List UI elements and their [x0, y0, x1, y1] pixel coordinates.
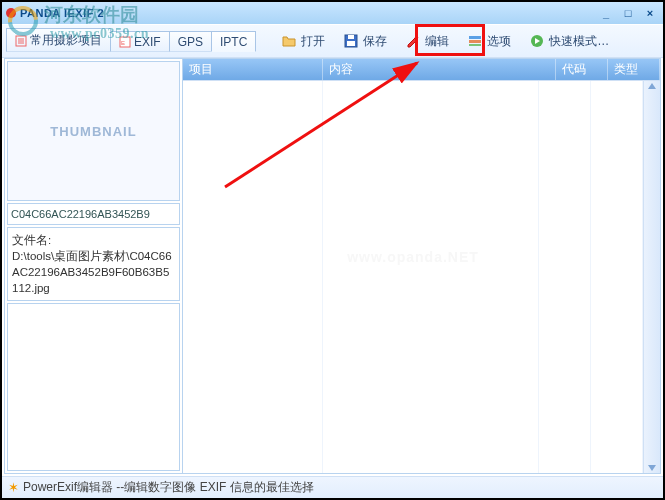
grid-body: www.opanda.NET [183, 81, 643, 473]
quick-mode-button[interactable]: 快速模式… [521, 29, 617, 54]
titlebar: PANDA IEXIF 2 _ □ × [2, 2, 663, 24]
open-button[interactable]: 打开 [273, 29, 333, 54]
close-button[interactable]: × [641, 5, 659, 20]
tab-label: IPTC [220, 35, 247, 49]
thumbnail-label: THUMBNAIL [50, 124, 136, 139]
scroll-up-icon [647, 81, 657, 91]
button-label: 快速模式… [549, 33, 609, 50]
svg-text:E: E [121, 40, 125, 46]
file-name-label: 文件名: [12, 232, 175, 248]
toolbar-buttons: 打开 保存 编辑 选项 [273, 29, 617, 54]
vertical-scrollbar[interactable] [643, 81, 660, 473]
grid-watermark: www.opanda.NET [347, 249, 479, 265]
window-controls: _ □ × [597, 5, 659, 20]
floppy-icon [343, 33, 359, 49]
svg-rect-12 [469, 44, 481, 46]
tab-gps[interactable]: GPS [169, 31, 212, 52]
column-header-code[interactable]: 代码 [556, 59, 608, 80]
tab-label: EXIF [134, 35, 161, 49]
maximize-button[interactable]: □ [619, 5, 637, 20]
svg-rect-11 [469, 40, 481, 43]
thumbnail-box: THUMBNAIL [7, 61, 180, 201]
right-pane: 项目 内容 代码 类型 www.opanda.NET [183, 59, 660, 473]
save-button[interactable]: 保存 [335, 29, 395, 54]
file-id-box: C04C66AC22196AB3452B9 [7, 203, 180, 225]
edit-icon [405, 33, 421, 49]
column-header-content[interactable]: 内容 [323, 59, 556, 80]
toolbar-row: 常用摄影项目 E EXIF GPS IPTC 打开 [2, 24, 663, 58]
grid-header: 项目 内容 代码 类型 [183, 59, 660, 81]
app-icon [6, 8, 16, 18]
scroll-down-icon [647, 463, 657, 473]
tab-iptc[interactable]: IPTC [211, 31, 256, 52]
spark-icon: ✶ [8, 480, 19, 495]
statusbar: ✶ PowerExif编辑器 --编辑数字图像 EXIF 信息的最佳选择 [2, 476, 663, 498]
body-area: THUMBNAIL C04C66AC22196AB3452B9 文件名: D:\… [4, 58, 661, 474]
checklist-icon [15, 35, 27, 47]
options-button[interactable]: 选项 [459, 29, 519, 54]
button-label: 选项 [487, 33, 511, 50]
tab-label: GPS [178, 35, 203, 49]
app-title: PANDA IEXIF 2 [20, 7, 104, 19]
file-path-text: D:\tools\桌面图片素材\C04C66AC22196AB3452B9F60… [12, 248, 175, 296]
column-header-item[interactable]: 项目 [183, 59, 323, 80]
tabstrip: 常用摄影项目 E EXIF GPS IPTC [6, 30, 255, 52]
file-info-box: 文件名: D:\tools\桌面图片素材\C04C66AC22196AB3452… [7, 227, 180, 301]
left-spacer [7, 303, 180, 471]
minimize-button[interactable]: _ [597, 5, 615, 20]
tab-label: 常用摄影项目 [30, 32, 102, 49]
tab-common-photo[interactable]: 常用摄影项目 [6, 28, 111, 52]
button-label: 打开 [301, 33, 325, 50]
svg-rect-7 [348, 35, 354, 39]
column-header-type[interactable]: 类型 [608, 59, 660, 80]
arrow-right-icon [529, 33, 545, 49]
svg-rect-8 [347, 41, 355, 46]
button-label: 保存 [363, 33, 387, 50]
options-icon [467, 33, 483, 49]
file-id-text: C04C66AC22196AB3452B9 [11, 208, 150, 220]
svg-rect-10 [469, 36, 481, 39]
tab-exif[interactable]: E EXIF [110, 31, 170, 52]
status-text: PowerExif编辑器 --编辑数字图像 EXIF 信息的最佳选择 [23, 479, 314, 496]
left-pane: THUMBNAIL C04C66AC22196AB3452B9 文件名: D:\… [5, 59, 183, 473]
button-label: 编辑 [425, 33, 449, 50]
folder-open-icon [281, 33, 297, 49]
edit-button[interactable]: 编辑 [397, 29, 457, 54]
exif-icon: E [119, 36, 131, 48]
